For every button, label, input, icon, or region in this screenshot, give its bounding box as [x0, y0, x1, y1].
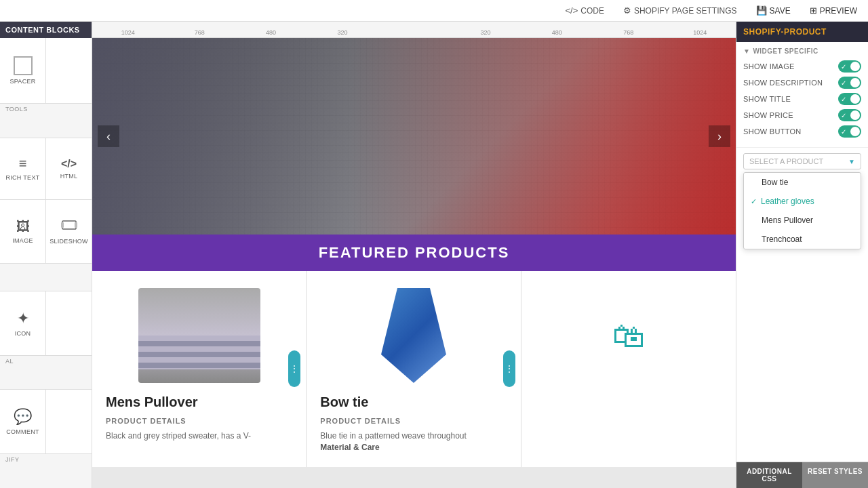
- reset-styles-label: RESET STYLES: [808, 468, 863, 475]
- sidebar-item-empty1: [46, 38, 92, 103]
- products-grid: Mens Pullover PRODUCT DETAILS Black and …: [92, 271, 736, 467]
- show-title-toggle[interactable]: ✓: [838, 93, 861, 105]
- code-icon: </>: [565, 5, 578, 16]
- shopify-settings-label: SHOPIFY PAGE SETTINGS: [634, 6, 737, 16]
- gear-icon: ⚙: [623, 5, 631, 16]
- dropdown-arrow-icon: ▼: [848, 158, 855, 165]
- product-card-2: 🛍: [521, 271, 736, 467]
- chevron-down-icon: ▼: [743, 47, 750, 55]
- preview-button[interactable]: ⊞ PREVIEW: [806, 4, 861, 17]
- comment-label: COMMENT: [6, 428, 39, 435]
- sidebar-item-image[interactable]: 🖼 IMAGE: [0, 200, 45, 263]
- slideshow-icon: [61, 218, 77, 235]
- tools-section-label: TOOLS: [0, 104, 92, 138]
- rich-text-icon: ≡: [19, 156, 27, 171]
- spacer-label: SPACER: [9, 78, 35, 85]
- product-desc-0: Black and grey striped sweater, has a V-: [106, 430, 292, 442]
- show-price-toggle[interactable]: ✓: [838, 109, 861, 121]
- al-section-label: AL: [0, 356, 92, 390]
- dropdown-item-3[interactable]: ✓ Trenchcoat: [744, 230, 861, 249]
- product-select-dropdown[interactable]: SELECT A PRODUCT ▼: [743, 153, 861, 169]
- dropdown-item-1[interactable]: ✓ Leather gloves: [744, 192, 861, 211]
- dropdown-item-2[interactable]: ✓ Mens Pullover: [744, 211, 861, 230]
- svg-rect-2: [75, 222, 77, 228]
- icon-label: ICON: [15, 330, 31, 337]
- ruler-mark-6: 480: [521, 29, 593, 36]
- carousel-overlay: [92, 38, 736, 235]
- ruler-mark-0: 1024: [92, 29, 163, 36]
- tie-image: [373, 288, 454, 383]
- product-dropdown-menu: ✓ Bow tie ✓ Leather gloves ✓ Mens Pullov…: [743, 172, 861, 249]
- icon-icon: ✦: [17, 310, 29, 327]
- widget-section-title: ▼ WIDGET SPECIFIC: [743, 47, 861, 55]
- show-description-toggle[interactable]: ✓: [838, 77, 861, 89]
- shopify-settings-button[interactable]: ⚙ SHOPIFY PAGE SETTINGS: [619, 4, 741, 17]
- additional-css-label: ADDITIONAL CSS: [747, 468, 792, 483]
- product-card-0: Mens Pullover PRODUCT DETAILS Black and …: [92, 271, 307, 467]
- sidebar-item-empty2: [46, 291, 92, 355]
- sidebar-header: CONTENT BLOCKS: [0, 22, 92, 38]
- save-label: SAVE: [770, 6, 791, 16]
- product-name-1: Bow tie: [320, 394, 507, 410]
- svg-rect-0: [62, 221, 76, 229]
- show-description-label: SHOW DESCRIPTION: [743, 79, 823, 87]
- jify-section-label: JIFY: [0, 454, 92, 488]
- product-edit-button-0[interactable]: ⋮: [288, 350, 300, 387]
- sidebar-item-rich-text[interactable]: ≡ RICH TEXT: [0, 138, 45, 200]
- image-label: IMAGE: [12, 237, 33, 244]
- show-button-toggle[interactable]: ✓: [838, 125, 861, 138]
- carousel-next-button[interactable]: ›: [709, 125, 730, 147]
- dropdown-item-label-2: Mens Pullover: [762, 216, 813, 225]
- product-select-placeholder: SELECT A PRODUCT: [749, 157, 823, 165]
- carousel-prev-button[interactable]: ‹: [98, 125, 119, 147]
- image-icon: 🖼: [16, 219, 30, 235]
- slideshow-label: SLIDESHOW: [50, 238, 88, 245]
- show-title-row: SHOW TITLE ✓: [743, 93, 861, 105]
- ruler-mark-5: 320: [450, 29, 521, 36]
- show-price-row: SHOW PRICE ✓: [743, 109, 861, 121]
- sidebar-item-html[interactable]: </> HTML: [46, 138, 92, 200]
- show-image-label: SHOW IMAGE: [743, 62, 795, 70]
- code-button[interactable]: </> CODE: [561, 4, 608, 17]
- show-image-toggle[interactable]: ✓: [838, 60, 861, 73]
- show-description-row: SHOW DESCRIPTION ✓: [743, 77, 861, 89]
- product-details-label-0: PRODUCT DETAILS: [106, 417, 292, 425]
- product-card-1: Bow tie PRODUCT DETAILS Blue tie in a pa…: [307, 271, 521, 467]
- sweater-stripes: [138, 336, 260, 369]
- sidebar-item-slideshow[interactable]: SLIDESHOW: [46, 200, 92, 263]
- product-edit-button-1[interactable]: ⋮: [503, 350, 515, 387]
- product-select-container: SELECT A PRODUCT ▼ ✓ Bow tie ✓ Leather g…: [736, 148, 868, 175]
- save-icon: 💾: [756, 5, 767, 16]
- sidebar-item-spacer[interactable]: SPACER: [0, 38, 45, 103]
- preview-label: PREVIEW: [820, 6, 857, 16]
- top-bar: </> CODE ⚙ SHOPIFY PAGE SETTINGS 💾 SAVE …: [0, 0, 868, 22]
- sidebar-grid: SPACER TOOLS ≡ RICH TEXT </> HTML 🖼 IMAG…: [0, 38, 92, 488]
- product-desc-1: Blue tie in a patterned weave throughout…: [320, 430, 507, 453]
- dropdown-item-0[interactable]: ✓ Bow tie: [744, 173, 861, 192]
- show-button-row: SHOW BUTTON ✓: [743, 125, 861, 138]
- html-label: HTML: [60, 173, 78, 180]
- show-title-label: SHOW TITLE: [743, 95, 791, 103]
- product-image-0: [106, 285, 292, 386]
- ruler-mark-2: 480: [235, 29, 307, 36]
- product-details-label-1: PRODUCT DETAILS: [320, 417, 507, 425]
- additional-css-button[interactable]: ADDITIONAL CSS: [736, 462, 802, 488]
- sweater-image: [138, 288, 260, 383]
- sidebar-item-comment[interactable]: 💬 COMMENT: [0, 390, 45, 453]
- ruler-mark-3: 320: [307, 29, 378, 36]
- rich-text-label: RICH TEXT: [5, 174, 39, 181]
- ruler-mark-1: 768: [163, 29, 235, 36]
- ruler-marks: 1024 768 480 320 320 480 768 1024: [92, 22, 736, 37]
- show-image-row: SHOW IMAGE ✓: [743, 60, 861, 73]
- bottom-bar: ADDITIONAL CSS RESET STYLES: [736, 462, 868, 488]
- save-button[interactable]: 💾 SAVE: [752, 4, 795, 17]
- html-icon: </>: [61, 158, 77, 170]
- reset-styles-button[interactable]: RESET STYLES: [802, 462, 868, 488]
- sidebar-item-empty3: [46, 390, 92, 453]
- dropdown-item-check-1: ✓: [751, 197, 757, 206]
- ruler-mark-7: 768: [593, 29, 664, 36]
- right-panel-header: SHOPIFY-PRODUCT: [736, 22, 868, 42]
- sidebar-item-icon[interactable]: ✦ ICON: [0, 291, 45, 355]
- dropdown-item-label-1: Leather gloves: [761, 197, 814, 206]
- widget-section: ▼ WIDGET SPECIFIC SHOW IMAGE ✓ SHOW DESC…: [736, 42, 868, 148]
